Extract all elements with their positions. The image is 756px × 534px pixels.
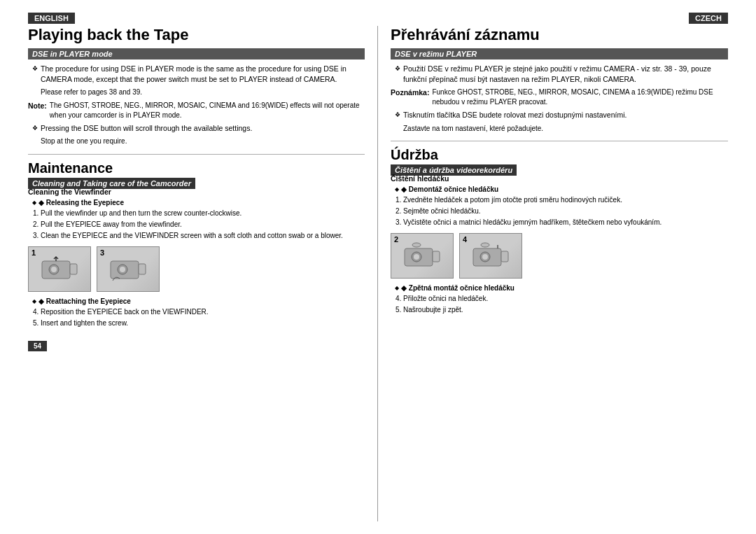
playback-title-cz: Přehrávání záznamu [391, 26, 728, 44]
camera-svg-2 [401, 241, 443, 271]
maintenance-section-cz: Údržba Čištění a údržba videorekordéru Č… [391, 147, 728, 315]
right-header: CZECH [378, 13, 728, 26]
dse-note-cz-2: Zastavte na tom nastavení, které požaduj… [403, 124, 728, 134]
svg-rect-14 [501, 251, 508, 262]
img2-label: 2 [394, 235, 398, 244]
step-5-cz: Našroubujte ji zpět. [403, 305, 728, 315]
step-5-en: Insert and tighten the screw. [41, 318, 365, 328]
main-two-col: Playing back the Tape DSE in PLAYER mode… [28, 26, 728, 521]
left-column: Playing back the Tape DSE in PLAYER mode… [28, 26, 378, 521]
top-header-row: ENGLISH CZECH [28, 13, 728, 26]
image-4: 4 [459, 233, 522, 279]
cleaning-sub-title-cz: Čištění hledáčku [391, 174, 728, 183]
svg-point-7 [120, 267, 125, 272]
dse-note1: Please refer to pages 38 and 39. [41, 87, 365, 98]
maintenance-title-cz: Údržba [391, 147, 728, 163]
left-header: ENGLISH [28, 13, 378, 26]
steps-1-3: Pull the viewfinder up and then turn the… [41, 209, 365, 241]
czech-label: CZECH [689, 13, 728, 24]
dse-bullet-2: Pressing the DSE button will scroll thro… [32, 123, 365, 134]
step-4-cz: Přiložte očnici na hledáček. [403, 294, 728, 304]
page-num-area: 54 [28, 335, 365, 351]
img4-label: 4 [463, 235, 467, 244]
image-3: 3 [97, 246, 160, 292]
step-3-en: Clean the EYEPIECE and the VIEWFINDER sc… [41, 231, 365, 241]
step-4-en: Reposition the EYEPIECE back on the VIEW… [41, 307, 365, 317]
camera-svg-4 [470, 241, 512, 271]
step-1-en: Pull the viewfinder up and then turn the… [41, 209, 365, 218]
page-number: 54 [28, 341, 47, 351]
zpetna-label: ◆ Zpětná montáž očnice hledáčku [395, 284, 728, 292]
divider-left [28, 154, 365, 155]
playback-title-en: Playing back the Tape [28, 26, 365, 44]
steps-4-5-cz: Přiložte očnici na hledáček. Našroubujte… [403, 294, 728, 315]
right-column: Přehrávání záznamu DSE v režimu PLAYER P… [378, 26, 728, 521]
step-2-cz: Sejměte očnici hledáčku. [403, 206, 728, 216]
svg-point-3 [51, 267, 57, 272]
svg-point-17 [481, 243, 489, 247]
note-line: Note: The GHOST, STROBE, NEG., MIRROR, M… [28, 101, 365, 120]
dse-bullet-cz-2: Tisknutím tlačítka DSE budete rolovat me… [395, 110, 728, 120]
demontaz-label: ◆ Demontáž očnice hledáčku [395, 185, 728, 193]
dse-note2: Stop at the one you require. [41, 136, 365, 147]
releasing-label: ◆ Releasing the Eyepiece [32, 199, 365, 206]
svg-rect-1 [70, 264, 77, 274]
camera-svg-3 [107, 254, 149, 283]
steps-1-3-cz: Zvedněte hledáček a potom jím otočte pro… [403, 195, 728, 227]
svg-point-11 [414, 254, 419, 260]
divider-right [391, 141, 728, 141]
dse-bullet-1: The procedure for using DSE in PLAYER mo… [32, 64, 365, 85]
steps-4-5-en: Reposition the EYEPIECE back on the VIEW… [41, 307, 365, 328]
english-label: ENGLISH [28, 13, 75, 24]
svg-rect-5 [139, 264, 146, 274]
svg-rect-9 [433, 251, 440, 262]
img1-label: 1 [31, 248, 36, 257]
images-row-right: 2 4 [391, 233, 728, 279]
cleaning-sub-title-en: Cleaning the Viewfinder [28, 188, 365, 196]
images-row-left: 1 3 [28, 246, 365, 292]
maintenance-title-en: Maintenance [28, 160, 365, 176]
step-2-en: Pull the EYEPIECE away from the viewfind… [41, 220, 365, 230]
poznamka-line: Poznámka: Funkce GHOST, STROBE, NEG., MI… [391, 87, 728, 107]
page-container: ENGLISH CZECH Playing back the Tape DSE … [0, 0, 756, 534]
reattaching-label: ◆ Reattaching the Eyepiece [32, 297, 365, 305]
svg-point-12 [412, 243, 421, 247]
svg-point-16 [482, 254, 488, 260]
image-1: 1 [28, 246, 91, 292]
dse-bullet-cz-1: Použití DSE v režimu PLAYER je stejné ja… [395, 64, 728, 85]
dse-bar-cz: DSE v režimu PLAYER [391, 48, 728, 59]
dse-content-cz: Použití DSE v režimu PLAYER je stejné ja… [391, 64, 728, 134]
step-1-cz: Zvedněte hledáček a potom jím otočte pro… [403, 195, 728, 205]
image-2: 2 [391, 233, 454, 279]
img3-label: 3 [100, 248, 104, 257]
step-3-cz: Vyčistěte očnici a matnici hledáčku jemn… [403, 218, 728, 227]
dse-content-en: The procedure for using DSE in PLAYER mo… [28, 64, 365, 147]
maintenance-section-en: Maintenance Cleaning and Taking care of … [28, 160, 365, 351]
camera-svg-1 [38, 254, 80, 283]
dse-bar-en: DSE in PLAYER mode [28, 48, 365, 59]
